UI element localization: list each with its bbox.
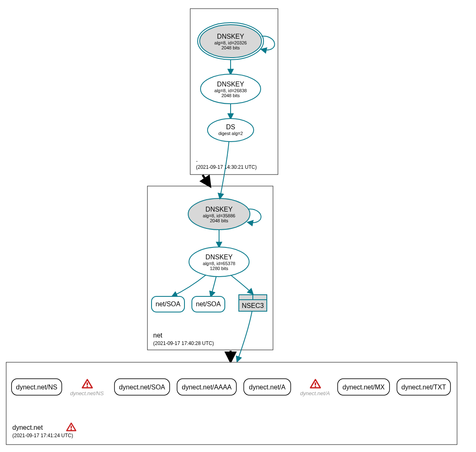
zone-dynect-timestamp: (2021-09-17 17:41:24 UTC) [12,433,73,438]
svg-text:alg=8, id=26838: alg=8, id=26838 [215,88,247,93]
node-dynect-txt[interactable]: dynect.net/TXT [397,379,450,395]
zone-dynect-name: dynect.net [12,424,43,431]
svg-rect-32 [6,362,457,445]
node-dynect-a[interactable]: dynect.net/A [244,379,291,395]
svg-text:dynect.net/NS: dynect.net/NS [16,384,58,391]
svg-text:alg=8, id=35886: alg=8, id=35886 [203,213,236,218]
node-net-ksk[interactable]: DNSKEY alg=8, id=35886 2048 bits [188,198,250,230]
svg-text:DNSKEY: DNSKEY [217,81,244,88]
svg-text:alg=8, id=65378: alg=8, id=65378 [203,261,236,266]
node-net-zsk[interactable]: DNSKEY alg=8, id=65378 1280 bits [189,247,249,277]
svg-text:dynect.net/A: dynect.net/A [249,384,286,391]
svg-text:dynect.net/SOA: dynect.net/SOA [119,384,165,391]
svg-text:1280 bits: 1280 bits [210,266,229,271]
node-root-zsk[interactable]: DNSKEY alg=8, id=26838 2048 bits [201,74,261,104]
svg-text:DNSKEY: DNSKEY [205,254,233,261]
svg-text:DNSKEY: DNSKEY [205,206,233,213]
node-dynect-mx[interactable]: dynect.net/MX [338,379,390,395]
svg-text:net/SOA: net/SOA [196,301,221,308]
zone-root: . (2021-09-17 14:30:21 UTC) DNSKEY alg=8… [190,9,278,175]
zone-net-timestamp: (2021-09-17 17:40:28 UTC) [153,340,214,346]
svg-text:2048 bits: 2048 bits [210,218,229,223]
zone-root-name: . [196,156,198,163]
zone-net: net (2021-09-17 17:40:28 UTC) DNSKEY alg… [147,186,273,350]
svg-text:2048 bits: 2048 bits [222,45,240,50]
zone-net-name: net [153,332,163,339]
svg-text:DS: DS [226,123,235,130]
node-net-nsec3[interactable]: NSEC3 [239,295,267,311]
svg-text:2048 bits: 2048 bits [222,93,240,98]
node-net-soa1[interactable]: net/SOA [152,296,184,312]
svg-text:dynect.net/TXT: dynect.net/TXT [401,384,446,391]
svg-text:NSEC3: NSEC3 [242,302,264,309]
svg-text:net/SOA: net/SOA [156,301,181,308]
svg-text:DNSKEY: DNSKEY [217,33,244,40]
node-dynect-aaaa[interactable]: dynect.net/AAAA [177,379,236,395]
node-dynect-ns[interactable]: dynect.net/NS [12,379,62,395]
svg-text:alg=8, id=20326: alg=8, id=20326 [215,40,247,45]
svg-text:dynect.net/A: dynect.net/A [300,390,330,396]
svg-text:dynect.net/AAAA: dynect.net/AAAA [182,384,232,391]
node-root-ksk[interactable]: DNSKEY alg=8, id=20326 2048 bits [198,23,264,60]
node-dynect-soa[interactable]: dynect.net/SOA [114,379,170,395]
svg-text:dynect.net/NS: dynect.net/NS [70,390,104,396]
svg-text:digest alg=2: digest alg=2 [218,131,243,136]
zone-dynect: dynect.net (2021-09-17 17:41:24 UTC) dyn… [6,362,457,445]
node-net-soa2[interactable]: net/SOA [192,296,225,312]
edge-root-net-heavy [203,175,210,186]
svg-text:dynect.net/MX: dynect.net/MX [343,384,385,391]
node-root-ds[interactable]: DS digest alg=2 [208,119,254,142]
zone-root-timestamp: (2021-09-17 14:30:21 UTC) [196,164,257,170]
dnssec-diagram: . (2021-09-17 14:30:21 UTC) DNSKEY alg=8… [0,0,476,452]
